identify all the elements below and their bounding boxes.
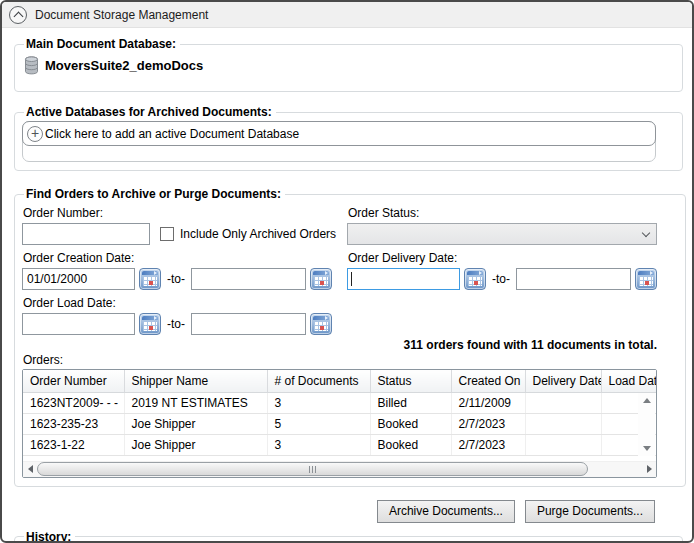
table-row[interactable]: 1623-235-23Joe Shipper5Booked2/7/2023 bbox=[23, 413, 656, 434]
table-cell[interactable]: 1623-1-22 bbox=[23, 434, 124, 455]
load-date-from-input[interactable] bbox=[22, 313, 135, 335]
table-cell[interactable]: Joe Shipper bbox=[124, 413, 267, 434]
table-cell[interactable]: 5 bbox=[267, 413, 370, 434]
horizontal-scrollbar[interactable] bbox=[23, 461, 656, 477]
panel-title: Document Storage Management bbox=[35, 8, 208, 22]
table-row[interactable]: 1623-1-22Joe Shipper3Booked2/7/2023 bbox=[23, 434, 656, 455]
main-db-group-label: Main Document Database: bbox=[24, 37, 180, 51]
find-orders-form: Order Number: Include Only Archived Orde… bbox=[22, 203, 657, 335]
creation-date-from-calendar-icon[interactable] bbox=[139, 268, 161, 290]
panel-header: Document Storage Management bbox=[2, 2, 692, 28]
horizontal-scroll-track[interactable] bbox=[37, 462, 642, 476]
add-database-button[interactable]: + Click here to add an active Document D… bbox=[22, 121, 656, 146]
creation-date-to-input[interactable] bbox=[191, 268, 306, 290]
creation-date-to-calendar-icon[interactable] bbox=[310, 268, 332, 290]
column-header-load-date[interactable]: Load Date bbox=[601, 370, 656, 392]
table-cell[interactable]: Booked bbox=[370, 434, 451, 455]
scroll-up-icon[interactable] bbox=[643, 398, 651, 403]
history-group-label: History: bbox=[24, 530, 75, 543]
table-row[interactable]: 1623NT2009- - -2019 NT ESTIMATES3Billed2… bbox=[23, 392, 656, 413]
orders-table-header-row: Order Number Shipper Name # of Documents… bbox=[23, 370, 656, 392]
scroll-left-icon bbox=[28, 465, 33, 473]
document-storage-management-window: Document Storage Management Main Documen… bbox=[0, 0, 694, 543]
plus-icon: + bbox=[27, 126, 43, 142]
load-date-label: Order Load Date: bbox=[23, 296, 347, 310]
horizontal-scroll-thumb[interactable] bbox=[37, 462, 588, 476]
chevron-up-icon bbox=[13, 11, 23, 21]
delivery-date-from-input[interactable] bbox=[347, 268, 460, 290]
scroll-right-icon bbox=[647, 465, 652, 473]
active-db-group-label: Active Databases for Archived Documents: bbox=[24, 105, 276, 119]
delivery-date-to-input[interactable] bbox=[516, 268, 631, 290]
table-cell[interactable]: 1623-235-23 bbox=[23, 413, 124, 434]
orders-table-body: 1623NT2009- - -2019 NT ESTIMATES3Billed2… bbox=[23, 392, 656, 455]
text-caret bbox=[351, 272, 352, 286]
column-header-order-number[interactable]: Order Number bbox=[23, 370, 124, 392]
column-header-status[interactable]: Status bbox=[370, 370, 451, 392]
column-header-shipper-name[interactable]: Shipper Name bbox=[124, 370, 267, 392]
table-cell[interactable]: 1623NT2009- - - bbox=[23, 392, 124, 413]
table-cell[interactable]: 2/11/2009 bbox=[451, 392, 525, 413]
table-cell[interactable]: 2/7/2023 bbox=[451, 413, 525, 434]
chevron-down-icon bbox=[642, 228, 650, 236]
creation-date-separator: -to- bbox=[167, 272, 185, 286]
delivery-date-to-calendar-icon[interactable] bbox=[635, 268, 657, 290]
main-db-group: Main Document Database: MoversSuite2_dem… bbox=[14, 37, 683, 92]
table-cell[interactable] bbox=[525, 434, 601, 455]
actions-row: Archive Documents... Purge Documents... bbox=[14, 500, 655, 523]
add-database-label: Click here to add an active Document Dat… bbox=[45, 127, 299, 141]
table-cell[interactable]: 2019 NT ESTIMATES bbox=[124, 392, 267, 413]
include-archived-label: Include Only Archived Orders bbox=[180, 227, 336, 241]
table-cell[interactable]: 3 bbox=[267, 392, 370, 413]
creation-date-label: Order Creation Date: bbox=[23, 251, 347, 265]
load-date-to-calendar-icon[interactable] bbox=[310, 313, 332, 335]
include-archived-checkbox[interactable] bbox=[160, 227, 174, 241]
active-db-group: Active Databases for Archived Documents:… bbox=[14, 105, 683, 171]
panel-content: Main Document Database: MoversSuite2_dem… bbox=[2, 28, 692, 543]
order-number-label: Order Number: bbox=[23, 206, 347, 220]
results-summary: 311 orders found with 11 documents in to… bbox=[22, 338, 657, 352]
find-orders-group-label: Find Orders to Archive or Purge Document… bbox=[24, 187, 285, 201]
database-icon bbox=[24, 56, 39, 75]
load-date-from-calendar-icon[interactable] bbox=[139, 313, 161, 335]
scroll-right-button[interactable] bbox=[642, 461, 656, 477]
order-number-input[interactable] bbox=[22, 223, 150, 245]
active-db-list: + Click here to add an active Document D… bbox=[22, 121, 656, 162]
delivery-date-separator: -to- bbox=[492, 272, 510, 286]
table-cell[interactable]: 2/7/2023 bbox=[451, 434, 525, 455]
orders-table-container: Order Number Shipper Name # of Documents… bbox=[22, 369, 657, 478]
include-archived-checkbox-field[interactable]: Include Only Archived Orders bbox=[160, 227, 336, 241]
delivery-date-from-calendar-icon[interactable] bbox=[464, 268, 486, 290]
find-orders-group: Find Orders to Archive or Purge Document… bbox=[14, 187, 686, 487]
column-header-created-on[interactable]: Created On bbox=[451, 370, 525, 392]
archive-documents-button[interactable]: Archive Documents... bbox=[377, 500, 515, 523]
main-db-row: MoversSuite2_demoDocs bbox=[22, 53, 656, 83]
delivery-date-label: Order Delivery Date: bbox=[348, 251, 657, 265]
main-db-name: MoversSuite2_demoDocs bbox=[45, 58, 203, 73]
orders-table: Order Number Shipper Name # of Documents… bbox=[23, 370, 656, 456]
table-cell[interactable]: Joe Shipper bbox=[124, 434, 267, 455]
load-date-to-input[interactable] bbox=[191, 313, 306, 335]
scroll-left-button[interactable] bbox=[23, 461, 37, 477]
column-header-num-documents[interactable]: # of Documents bbox=[267, 370, 370, 392]
column-header-delivery-date[interactable]: Delivery Date bbox=[525, 370, 601, 392]
table-cell[interactable]: 3 bbox=[267, 434, 370, 455]
vertical-scrollbar[interactable] bbox=[638, 393, 655, 456]
scroll-down-icon[interactable] bbox=[643, 446, 651, 451]
table-cell[interactable] bbox=[525, 413, 601, 434]
creation-date-from-input[interactable] bbox=[22, 268, 135, 290]
order-status-label: Order Status: bbox=[348, 206, 657, 220]
load-date-separator: -to- bbox=[167, 317, 185, 331]
collapse-button[interactable] bbox=[9, 6, 27, 24]
purge-documents-button[interactable]: Purge Documents... bbox=[525, 500, 655, 523]
table-cell[interactable]: Booked bbox=[370, 413, 451, 434]
table-cell[interactable]: Billed bbox=[370, 392, 451, 413]
order-status-dropdown[interactable] bbox=[347, 223, 657, 245]
history-group: History: View History... bbox=[14, 530, 683, 543]
table-cell[interactable] bbox=[525, 392, 601, 413]
orders-label: Orders: bbox=[23, 353, 657, 367]
